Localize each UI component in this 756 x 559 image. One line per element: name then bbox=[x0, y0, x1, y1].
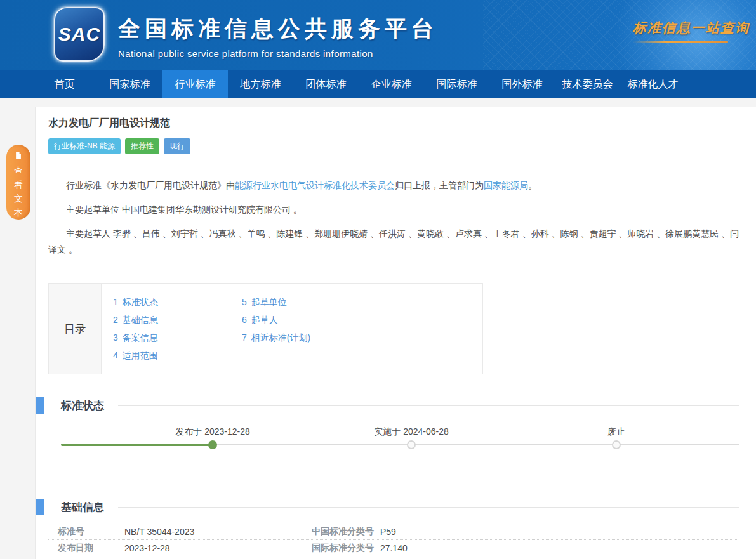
committee-link[interactable]: 能源行业水电电气设计标准化技术委员会 bbox=[235, 180, 395, 190]
nav-item-technical-committees[interactable]: 技术委员会 bbox=[555, 70, 620, 98]
view-text-button[interactable]: 查 看 文 本 bbox=[6, 145, 30, 220]
toc-lists: 1标准状态 2基础信息 3备案信息 4适用范围 5起草单位 6起草人 7相近标准… bbox=[102, 284, 482, 374]
authority-link[interactable]: 国家能源局 bbox=[484, 180, 528, 190]
site-header: SAC 全国标准信息公共服务平台 National public service… bbox=[0, 0, 756, 70]
ccs-code-value: P59 bbox=[380, 527, 396, 537]
slogan-text: 标准信息一站查询 bbox=[633, 19, 750, 37]
platform-title-block: 全国标准信息公共服务平台 National public service pla… bbox=[118, 14, 438, 59]
basic-info-table: 标准号 NB/T 35044-2023 中国标准分类号 P59 发布日期 202… bbox=[48, 523, 739, 559]
toc-item-scope[interactable]: 4适用范围 bbox=[113, 346, 230, 364]
field-label: 国际标准分类号 bbox=[312, 543, 380, 554]
standard-number-value: NB/T 35044-2023 bbox=[124, 527, 312, 537]
main-nav: 首页 国家标准 行业标准 地方标准 团体标准 企业标准 国际标准 国外标准 技术… bbox=[0, 70, 756, 98]
nav-item-enterprise-standards[interactable]: 企业标准 bbox=[359, 70, 424, 98]
milestone-published-node bbox=[208, 440, 217, 449]
tag-recommended: 推荐性 bbox=[125, 138, 159, 154]
section-marker bbox=[36, 397, 44, 414]
toc-item-drafting-unit[interactable]: 5起草单位 bbox=[242, 293, 482, 311]
table-row: 发布日期 2023-12-28 国际标准分类号 27.140 bbox=[48, 540, 739, 556]
field-label: 发布日期 bbox=[58, 543, 124, 554]
nav-item-home[interactable]: 首页 bbox=[32, 70, 97, 98]
status-timeline: 发布于 2023-12-28 实施于 2024-06-28 废止 bbox=[48, 425, 739, 464]
ics-code-value: 27.140 bbox=[380, 543, 408, 553]
nav-item-foreign-standards[interactable]: 国外标准 bbox=[489, 70, 555, 98]
intro-middle: 归口上报，主管部门为 bbox=[395, 180, 484, 190]
basic-info-section-title: 基础信息 bbox=[61, 500, 104, 515]
toc-box: 目录 1标准状态 2基础信息 3备案信息 4适用范围 5起草单位 6起草人 7相… bbox=[48, 283, 483, 374]
status-section-title: 标准状态 bbox=[61, 398, 104, 413]
tag-industry-standard: 行业标准-NB 能源 bbox=[48, 138, 121, 154]
sac-logo[interactable]: SAC bbox=[54, 7, 105, 62]
field-label: 标准号 bbox=[58, 526, 124, 537]
toc-column-2: 5起草单位 6起草人 7相近标准(计划) bbox=[230, 293, 482, 364]
timeline-progress-line bbox=[61, 444, 213, 446]
view-text-char: 本 bbox=[14, 206, 23, 220]
toc-column-1: 1标准状态 2基础信息 3备案信息 4适用范围 bbox=[102, 293, 230, 364]
toc-item-drafters[interactable]: 6起草人 bbox=[242, 311, 482, 329]
platform-subtitle: National public service platform for sta… bbox=[118, 48, 438, 59]
drafting-unit-paragraph: 主要起草单位 中国电建集团华东勘测设计研究院有限公司 。 bbox=[48, 202, 739, 218]
nav-item-national-standards[interactable]: 国家标准 bbox=[97, 70, 162, 98]
view-text-char: 看 bbox=[14, 178, 23, 192]
section-rule bbox=[118, 405, 739, 406]
standard-detail-card: 水力发电厂厂用电设计规范 行业标准-NB 能源 推荐性 现行 行业标准《水力发电… bbox=[35, 107, 756, 559]
tag-row: 行业标准-NB 能源 推荐性 现行 bbox=[48, 138, 739, 154]
basic-info-section-header: 基础信息 bbox=[48, 499, 739, 515]
nav-item-local-standards[interactable]: 地方标准 bbox=[228, 70, 293, 98]
milestone-published-label: 发布于 2023-12-28 bbox=[175, 426, 250, 438]
table-row: 标准号 NB/T 35044-2023 中国标准分类号 P59 bbox=[48, 523, 739, 540]
toc-item-filing-info[interactable]: 3备案信息 bbox=[113, 329, 230, 346]
toc-label-cell: 目录 bbox=[49, 284, 102, 374]
publish-date-value: 2023-12-28 bbox=[124, 543, 312, 553]
milestone-abolished-label: 废止 bbox=[607, 426, 625, 438]
platform-title: 全国标准信息公共服务平台 bbox=[118, 14, 438, 44]
header-slogan: 标准信息一站查询 bbox=[633, 19, 750, 43]
drafters-paragraph: 主要起草人 李骅 、吕伟 、刘宇哲 、冯真秋 、羊鸣 、陈建锋 、郑珊珊伊晓婧 … bbox=[48, 226, 739, 258]
intro-paragraph: 行业标准《水力发电厂厂用电设计规范》由能源行业水电电气设计标准化技术委员会归口上… bbox=[48, 178, 739, 194]
section-rule bbox=[118, 507, 739, 508]
milestone-implemented-node bbox=[407, 440, 416, 449]
nav-item-standardization-talent[interactable]: 标准化人才 bbox=[620, 70, 686, 98]
slogan-underline bbox=[633, 41, 728, 43]
table-row: 实施日期 2024-06-28 归口单位 能源行业水电电气设计标准化技术委员会 bbox=[48, 556, 739, 559]
document-icon bbox=[13, 152, 23, 159]
nav-item-industry-standards[interactable]: 行业标准 bbox=[162, 70, 228, 98]
view-text-char: 文 bbox=[14, 192, 23, 206]
nav-item-group-standards[interactable]: 团体标准 bbox=[293, 70, 359, 98]
page-body: 查 看 文 本 水力发电厂厂用电设计规范 行业标准-NB 能源 推荐性 现行 行… bbox=[0, 98, 756, 559]
tag-current: 现行 bbox=[164, 138, 190, 154]
standard-title: 水力发电厂厂用电设计规范 bbox=[48, 117, 739, 130]
status-section-header: 标准状态 bbox=[48, 397, 739, 414]
toc-item-basic-info[interactable]: 2基础信息 bbox=[113, 311, 230, 329]
sac-logo-text: SAC bbox=[58, 23, 100, 45]
toc-label: 目录 bbox=[64, 322, 86, 336]
intro-prefix: 行业标准《水力发电厂厂用电设计规范》由 bbox=[66, 180, 235, 190]
section-marker bbox=[36, 499, 44, 515]
view-text-char: 查 bbox=[14, 164, 23, 178]
nav-item-international-standards[interactable]: 国际标准 bbox=[424, 70, 489, 98]
toc-item-standard-status[interactable]: 1标准状态 bbox=[113, 293, 230, 311]
milestone-abolished-node bbox=[612, 440, 621, 449]
intro-suffix: 。 bbox=[528, 180, 537, 190]
milestone-implemented-label: 实施于 2024-06-28 bbox=[374, 426, 449, 438]
toc-item-similar-standards[interactable]: 7相近标准(计划) bbox=[242, 329, 482, 346]
field-label: 中国标准分类号 bbox=[312, 526, 380, 537]
